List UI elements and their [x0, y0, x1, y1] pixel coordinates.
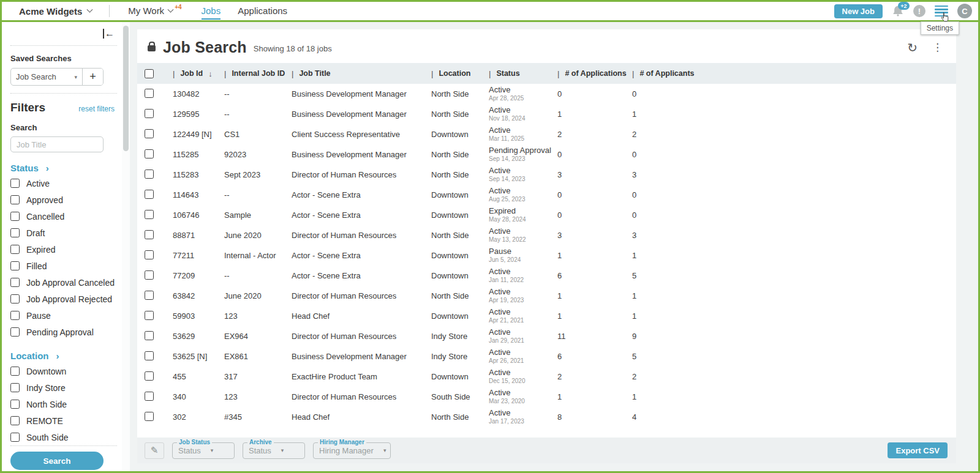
- row-checkbox[interactable]: [145, 412, 154, 421]
- row-checkbox[interactable]: [145, 210, 154, 219]
- row-checkbox[interactable]: [145, 190, 154, 199]
- column-internal-job-id[interactable]: | Internal Job ID: [224, 69, 292, 78]
- status-filter-option[interactable]: Cancelled: [10, 208, 122, 225]
- location-section-toggle[interactable]: Location ›: [10, 351, 122, 361]
- status-filter-option[interactable]: Pending Approval: [10, 324, 122, 340]
- nav-my-work[interactable]: My Work +4: [128, 3, 184, 20]
- status-filter-option[interactable]: Approved: [10, 192, 122, 208]
- status-filter-option[interactable]: Job Approval Canceled: [10, 274, 122, 291]
- row-checkbox[interactable]: [145, 331, 154, 340]
- column-job-title[interactable]: | Job Title: [292, 69, 431, 78]
- table-row[interactable]: 53629EX964Director of Human ResourcesInd…: [137, 326, 956, 346]
- checkbox[interactable]: [10, 383, 20, 392]
- select-all-checkbox[interactable]: [145, 69, 154, 78]
- row-checkbox[interactable]: [145, 109, 154, 118]
- status-filter-option[interactable]: Filled: [10, 258, 122, 274]
- kebab-menu-icon[interactable]: ⋮: [932, 41, 943, 54]
- checkbox[interactable]: [10, 228, 20, 237]
- table-row[interactable]: 11528592023Business Development ManagerN…: [137, 144, 956, 165]
- saved-search-select[interactable]: Job Search ▾: [11, 69, 82, 85]
- checkbox[interactable]: [10, 212, 20, 221]
- new-job-button[interactable]: New Job: [834, 4, 883, 18]
- table-row[interactable]: 53625 [N]EX861Business Development Manag…: [137, 346, 956, 367]
- table-row[interactable]: 129595--Business Development ManagerNort…: [137, 104, 956, 124]
- location-filter-option[interactable]: North Side: [10, 396, 122, 412]
- checkbox[interactable]: [10, 311, 20, 320]
- table-row[interactable]: 130482--Business Development ManagerNort…: [137, 84, 956, 104]
- table-row[interactable]: 106746SampleActor - Scene ExtraDowntownE…: [137, 205, 956, 225]
- checkbox[interactable]: [10, 261, 20, 270]
- collapse-sidebar-icon[interactable]: ←: [103, 29, 115, 39]
- reset-filters-link[interactable]: reset filters: [78, 105, 115, 113]
- alerts-icon[interactable]: !: [913, 5, 925, 17]
- table-row[interactable]: 88871June 2020Director of Human Resource…: [137, 225, 956, 245]
- table-row[interactable]: 122449 [N]CS1Client Success Representati…: [137, 124, 956, 144]
- table-row[interactable]: 340123Director of Human ResourcesSouth S…: [137, 387, 956, 407]
- row-checkbox[interactable]: [145, 149, 154, 158]
- column-num-applications[interactable]: | # of Applications: [557, 69, 632, 78]
- settings-menu-icon[interactable]: Settings: [935, 6, 948, 17]
- status-section-toggle[interactable]: Status ›: [10, 163, 122, 173]
- checkbox[interactable]: [10, 245, 20, 254]
- job-title-search-input[interactable]: [10, 136, 104, 152]
- row-checkbox[interactable]: [145, 311, 154, 320]
- company-switcher[interactable]: Acme Widgets: [19, 6, 92, 17]
- row-checkbox[interactable]: [145, 89, 154, 98]
- status-filter-option[interactable]: Draft: [10, 225, 122, 241]
- user-avatar[interactable]: C: [957, 4, 972, 18]
- table-row[interactable]: 77209--Actor - Scene ExtraDowntownActive…: [137, 266, 956, 286]
- table-row[interactable]: 115283Sept 2023Director of Human Resourc…: [137, 165, 956, 185]
- nav-applications[interactable]: Applications: [238, 3, 287, 20]
- location-filter-option[interactable]: REMOTE: [10, 412, 122, 429]
- checkbox[interactable]: [10, 278, 20, 287]
- notifications-bell-icon[interactable]: +2: [892, 5, 904, 17]
- apply-filters-search-button[interactable]: Search: [10, 452, 104, 470]
- checkbox[interactable]: [10, 179, 20, 188]
- export-csv-button[interactable]: Export CSV: [888, 442, 948, 458]
- location-filter-option[interactable]: South Side: [10, 429, 122, 445]
- column-status[interactable]: | Status: [489, 69, 557, 78]
- status-filter-option[interactable]: Pause: [10, 307, 122, 324]
- column-location[interactable]: | Location: [431, 69, 489, 78]
- row-checkbox[interactable]: [145, 230, 154, 239]
- table-row[interactable]: 59903123Head ChefDowntownActiveApr 21, 2…: [137, 306, 956, 326]
- location-filter-option[interactable]: Downtown: [10, 363, 122, 379]
- row-checkbox[interactable]: [145, 351, 154, 360]
- hiring-manager-select[interactable]: Hiring Manager Hiring Manager ▾: [313, 442, 391, 459]
- column-job-id[interactable]: | Job Id ↓: [173, 69, 224, 78]
- row-checkbox[interactable]: [145, 270, 154, 280]
- row-checkbox[interactable]: [145, 169, 154, 179]
- row-checkbox[interactable]: [145, 129, 154, 138]
- checkbox[interactable]: [10, 367, 20, 376]
- location-filter-option[interactable]: Indy Store: [10, 379, 122, 396]
- scrollbar-thumb[interactable]: [123, 26, 129, 151]
- archive-select[interactable]: Archive Status ▾: [243, 442, 305, 459]
- table-row[interactable]: 77211Internal - ActorActor - Scene Extra…: [137, 245, 956, 266]
- status-filter-option[interactable]: Expired: [10, 241, 122, 258]
- checkbox[interactable]: [10, 433, 20, 442]
- checkbox[interactable]: [10, 400, 20, 409]
- add-saved-search-button[interactable]: +: [82, 69, 103, 85]
- checkbox[interactable]: [10, 195, 20, 204]
- row-checkbox[interactable]: [145, 291, 154, 300]
- table-row[interactable]: 455317ExactHire Product TeamDowntownActi…: [137, 367, 956, 387]
- status-filter-option[interactable]: Job Approval Rejected: [10, 291, 122, 307]
- table-row[interactable]: 114643--Actor - Scene ExtraDowntownActiv…: [137, 185, 956, 205]
- checkbox[interactable]: [10, 294, 20, 304]
- edit-pencil-icon[interactable]: ✎: [145, 442, 164, 459]
- my-work-count-badge: +4: [175, 4, 181, 10]
- checkbox[interactable]: [10, 327, 20, 337]
- job-status-select[interactable]: Job Status Status ▾: [172, 442, 235, 459]
- row-checkbox[interactable]: [145, 371, 154, 381]
- refresh-icon[interactable]: ↻: [907, 40, 918, 55]
- internal-job-id: Sample: [224, 210, 292, 220]
- row-checkbox[interactable]: [145, 250, 154, 259]
- nav-jobs[interactable]: Jobs: [202, 3, 221, 20]
- column-num-applicants[interactable]: | # of Applicants: [632, 69, 956, 78]
- row-checkbox[interactable]: [145, 392, 154, 401]
- status-filter-option[interactable]: Active: [10, 175, 122, 192]
- table-row[interactable]: 302#345Head ChefNorth SideActiveJan 17, …: [137, 407, 956, 427]
- sidebar-scrollbar[interactable]: [122, 22, 130, 471]
- checkbox[interactable]: [10, 416, 20, 425]
- table-row[interactable]: 63842June 2020Director of Human Resource…: [137, 286, 956, 306]
